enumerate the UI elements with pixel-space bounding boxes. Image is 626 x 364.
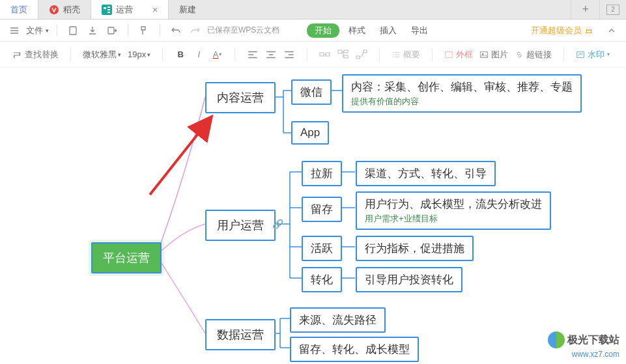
export-icon[interactable] bbox=[104, 23, 120, 38]
file-menu[interactable]: 文件▾ bbox=[26, 25, 49, 36]
node-convert[interactable]: 转化 bbox=[302, 267, 342, 292]
font-size-select[interactable]: 19px▾ bbox=[128, 49, 150, 59]
tab-add-button[interactable]: + bbox=[571, 0, 600, 19]
find-replace-button[interactable]: 查找替换 bbox=[12, 49, 59, 61]
svg-rect-7 bbox=[108, 27, 114, 34]
download-icon[interactable] bbox=[85, 23, 100, 38]
tab-home[interactable]: 首页 bbox=[0, 0, 38, 19]
note-retain: 用户需求+业绩目标 bbox=[365, 213, 438, 225]
align-left-icon[interactable] bbox=[247, 49, 259, 61]
format-painter-icon[interactable] bbox=[136, 23, 152, 38]
save-status: 已保存至WPS云文档 bbox=[207, 25, 279, 36]
align-right-icon[interactable] bbox=[283, 49, 295, 61]
svg-rect-16 bbox=[481, 51, 488, 57]
tab-bar: 首页 稻壳 运营 × 新建 + 2 bbox=[0, 0, 626, 20]
node-retain-detail[interactable]: 用户行为、成长模型，流失分析改进 用户需求+业绩目标 bbox=[356, 191, 551, 230]
node-retain[interactable]: 留存 bbox=[302, 197, 342, 222]
svg-rect-18 bbox=[577, 51, 584, 57]
new-file-icon[interactable] bbox=[65, 23, 81, 38]
mindmap-doc-icon bbox=[102, 5, 112, 15]
bold-button[interactable]: B bbox=[175, 49, 186, 61]
tab-docer[interactable]: 稻壳 bbox=[38, 0, 91, 19]
node-app[interactable]: App bbox=[291, 121, 329, 145]
site-watermark: 极光下载站 www.xz7.com bbox=[548, 331, 619, 359]
svg-rect-12 bbox=[344, 55, 348, 58]
tab-active-document[interactable]: 运营 × bbox=[91, 0, 169, 19]
border-button[interactable]: 外框 bbox=[444, 49, 473, 61]
node-wechat[interactable]: 微信 bbox=[291, 79, 332, 105]
svg-rect-1 bbox=[102, 5, 112, 15]
svg-rect-5 bbox=[107, 12, 110, 13]
insert-tab[interactable]: 插入 bbox=[375, 25, 402, 36]
add-sibling-node-icon[interactable] bbox=[319, 49, 331, 61]
redo-icon[interactable] bbox=[188, 23, 203, 38]
close-tab-icon[interactable]: × bbox=[152, 5, 158, 15]
window-count[interactable]: 2 bbox=[606, 5, 619, 15]
format-toolbar: 查找替换 微软雅黑▾ 19px▾ B I A▾ 概要 外框 图片 超链接 水印▾ bbox=[0, 42, 626, 68]
svg-rect-4 bbox=[107, 9, 110, 10]
node-content-ops[interactable]: 内容运营 bbox=[205, 82, 276, 113]
svg-rect-3 bbox=[107, 7, 110, 8]
node-pull[interactable]: 拉新 bbox=[302, 161, 342, 186]
node-user-ops[interactable]: 用户运营 bbox=[205, 210, 276, 241]
font-family-select[interactable]: 微软雅黑▾ bbox=[83, 49, 121, 61]
node-pull-detail[interactable]: 渠道、方式、转化、引导 bbox=[356, 161, 496, 186]
image-button[interactable]: 图片 bbox=[479, 49, 508, 61]
root-node[interactable]: 平台运营 bbox=[91, 242, 162, 273]
svg-rect-14 bbox=[363, 50, 367, 53]
tab-new[interactable]: 新建 bbox=[169, 0, 571, 19]
node-data-model[interactable]: 留存、转化、成长模型 bbox=[290, 337, 419, 362]
watermark-button[interactable]: 水印▾ bbox=[576, 49, 610, 61]
outline-button[interactable]: 概要 bbox=[391, 49, 420, 61]
red-arrow-annotation bbox=[140, 104, 231, 201]
svg-rect-11 bbox=[344, 50, 348, 53]
node-data-source[interactable]: 来源、流失路径 bbox=[290, 307, 386, 333]
window-controls: 2 bbox=[600, 0, 626, 19]
svg-rect-15 bbox=[446, 51, 453, 57]
vip-link[interactable]: 开通超级会员 bbox=[531, 25, 593, 36]
add-child-node-icon[interactable] bbox=[337, 49, 349, 61]
attachment-icon[interactable]: 🔗 bbox=[272, 219, 285, 232]
start-tab[interactable]: 开始 bbox=[307, 23, 339, 38]
align-center-icon[interactable] bbox=[265, 49, 277, 61]
main-toolbar: 文件▾ 已保存至WPS云文档 开始 样式 插入 导出 开通超级会员 bbox=[0, 20, 626, 42]
node-active[interactable]: 活跃 bbox=[302, 236, 342, 261]
node-content-detail[interactable]: 内容：采集、创作、编辑、审核、推荐、专题 提供有价值的内容 bbox=[342, 74, 582, 113]
node-convert-detail[interactable]: 引导用户投资转化 bbox=[356, 267, 462, 292]
svg-rect-2 bbox=[104, 7, 106, 9]
svg-rect-13 bbox=[356, 56, 360, 59]
docer-icon bbox=[49, 5, 59, 15]
mindmap-canvas[interactable]: 平台运营 内容运营 微信 App 内容：采集、创作、编辑、审核、推荐、专题 提供… bbox=[0, 68, 626, 364]
collapse-ribbon-icon[interactable] bbox=[604, 23, 619, 38]
svg-rect-6 bbox=[70, 27, 76, 35]
node-active-detail[interactable]: 行为指标，促进措施 bbox=[356, 236, 474, 261]
hyperlink-button[interactable]: 超链接 bbox=[515, 49, 552, 61]
svg-rect-10 bbox=[338, 50, 342, 53]
svg-rect-8 bbox=[320, 53, 324, 56]
italic-button[interactable]: I bbox=[193, 49, 205, 61]
node-data-ops[interactable]: 数据运营 bbox=[205, 319, 276, 350]
swirl-logo-icon bbox=[548, 331, 565, 348]
style-tab[interactable]: 样式 bbox=[343, 25, 371, 36]
svg-rect-9 bbox=[326, 53, 330, 56]
menu-icon[interactable] bbox=[7, 23, 22, 38]
note-content: 提供有价值的内容 bbox=[351, 96, 419, 107]
font-color-button[interactable]: A▾ bbox=[211, 49, 223, 61]
relation-line-icon[interactable] bbox=[356, 49, 367, 61]
svg-point-0 bbox=[50, 5, 59, 14]
export-tab[interactable]: 导出 bbox=[406, 25, 433, 36]
undo-icon[interactable] bbox=[168, 23, 184, 38]
